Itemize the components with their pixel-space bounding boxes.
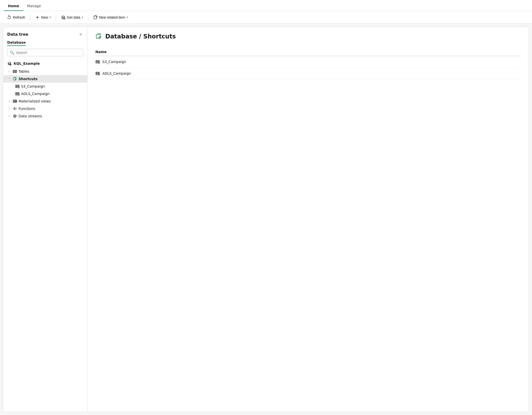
new-button[interactable]: New ▾ bbox=[32, 14, 54, 21]
materialized-views-row[interactable]: › Materialized views bbox=[3, 97, 87, 105]
new-chevron-icon: ▾ bbox=[50, 16, 51, 19]
svg-rect-39 bbox=[96, 34, 100, 38]
materialized-views-icon bbox=[13, 99, 17, 103]
collapse-button[interactable]: « bbox=[78, 31, 83, 37]
new-related-item-chevron-icon: ▾ bbox=[127, 16, 128, 19]
s3-campaign-label: S3_Campaign bbox=[21, 84, 45, 88]
db-tab-label[interactable]: Database bbox=[7, 40, 26, 46]
shortcuts-row[interactable]: ˅ Shortcuts bbox=[3, 75, 87, 83]
svg-point-7 bbox=[8, 62, 11, 64]
new-related-item-icon bbox=[93, 15, 98, 20]
top-tabs: Home Manage bbox=[0, 0, 532, 11]
tables-row[interactable]: › Tables bbox=[3, 68, 87, 75]
data-streams-row[interactable]: › Data streams bbox=[3, 112, 87, 120]
refresh-button[interactable]: Refresh bbox=[4, 14, 28, 21]
svg-point-2 bbox=[62, 16, 65, 17]
data-streams-expand-icon: › bbox=[7, 115, 11, 118]
svg-point-22 bbox=[18, 86, 19, 88]
plus-icon bbox=[35, 15, 40, 20]
right-panel-title-text: Database / Shortcuts bbox=[105, 33, 176, 40]
data-streams-icon bbox=[13, 114, 17, 118]
left-panel: Data tree « Database 🔍 KQL_Example bbox=[3, 27, 87, 412]
search-icon: 🔍 bbox=[10, 51, 14, 55]
adls-campaign-tree-row[interactable]: ADLS_Campaign bbox=[3, 90, 87, 97]
kql-example-row[interactable]: KQL_Example bbox=[3, 59, 87, 68]
svg-point-38 bbox=[14, 115, 15, 117]
data-streams-label: Data streams bbox=[19, 114, 42, 118]
functions-expand-icon: › bbox=[7, 107, 11, 110]
adls-campaign-icon bbox=[15, 92, 20, 96]
svg-point-51 bbox=[98, 73, 100, 75]
svg-rect-6 bbox=[94, 16, 96, 19]
get-data-icon bbox=[61, 15, 65, 20]
refresh-icon bbox=[7, 15, 11, 20]
search-input[interactable] bbox=[16, 51, 81, 55]
materialized-views-label: Materialized views bbox=[19, 99, 51, 103]
mat-views-expand-icon: › bbox=[7, 100, 11, 103]
svg-rect-11 bbox=[13, 70, 17, 73]
tables-icon bbox=[13, 69, 17, 74]
name-column-header: Name bbox=[95, 48, 521, 56]
db-tab: Database bbox=[3, 40, 87, 46]
toolbar-divider-2 bbox=[56, 14, 56, 20]
s3-campaign-table-label: S3_Campaign bbox=[102, 60, 126, 64]
svg-point-45 bbox=[98, 62, 100, 63]
table-row[interactable]: ADLS_Campaign bbox=[95, 68, 521, 79]
adls-campaign-table-label: ADLS_Campaign bbox=[102, 71, 131, 75]
table-row[interactable]: S3_Campaign bbox=[95, 56, 521, 68]
search-box: 🔍 bbox=[7, 49, 83, 56]
title-shortcuts-icon bbox=[95, 33, 102, 40]
toolbar: Refresh New ▾ Get data ▾ New bbox=[0, 11, 532, 24]
tab-home[interactable]: Home bbox=[4, 1, 23, 11]
get-data-chevron-icon: ▾ bbox=[82, 16, 83, 19]
panel-header: Data tree « bbox=[3, 31, 87, 40]
tables-expand-icon: › bbox=[7, 70, 11, 73]
adls-table-icon bbox=[95, 71, 100, 76]
s3-campaign-tree-row[interactable]: S3_Campaign bbox=[3, 83, 87, 90]
toolbar-divider-3 bbox=[88, 14, 88, 20]
functions-label: Functions bbox=[19, 107, 35, 111]
functions-icon bbox=[13, 106, 17, 111]
kql-icon bbox=[7, 61, 12, 66]
s3-table-icon bbox=[95, 60, 100, 64]
shortcuts-table: Name bbox=[95, 48, 521, 79]
toolbar-divider-1 bbox=[30, 14, 30, 20]
s3-campaign-icon bbox=[15, 84, 20, 89]
kql-label: KQL_Example bbox=[14, 62, 40, 65]
shortcuts-expand-icon: ˅ bbox=[7, 77, 11, 81]
right-panel: Database / Shortcuts Name bbox=[87, 27, 529, 412]
svg-point-28 bbox=[18, 94, 19, 95]
main-content: Data tree « Database 🔍 KQL_Example bbox=[0, 24, 532, 415]
new-related-item-button[interactable]: New related item ▾ bbox=[90, 14, 131, 21]
right-panel-title: Database / Shortcuts bbox=[95, 33, 521, 40]
svg-point-37 bbox=[14, 115, 16, 118]
panel-title: Data tree bbox=[7, 32, 28, 37]
shortcuts-icon bbox=[13, 77, 17, 81]
tables-label: Tables bbox=[19, 69, 29, 73]
tree-container: KQL_Example › Tables ˅ bbox=[3, 59, 87, 408]
adls-campaign-label: ADLS_Campaign bbox=[21, 92, 50, 96]
functions-row[interactable]: › Functions bbox=[3, 105, 87, 112]
tab-manage[interactable]: Manage bbox=[23, 1, 45, 11]
get-data-button[interactable]: Get data ▾ bbox=[58, 14, 86, 21]
svg-line-36 bbox=[16, 108, 17, 109]
shortcuts-label: Shortcuts bbox=[19, 77, 38, 81]
